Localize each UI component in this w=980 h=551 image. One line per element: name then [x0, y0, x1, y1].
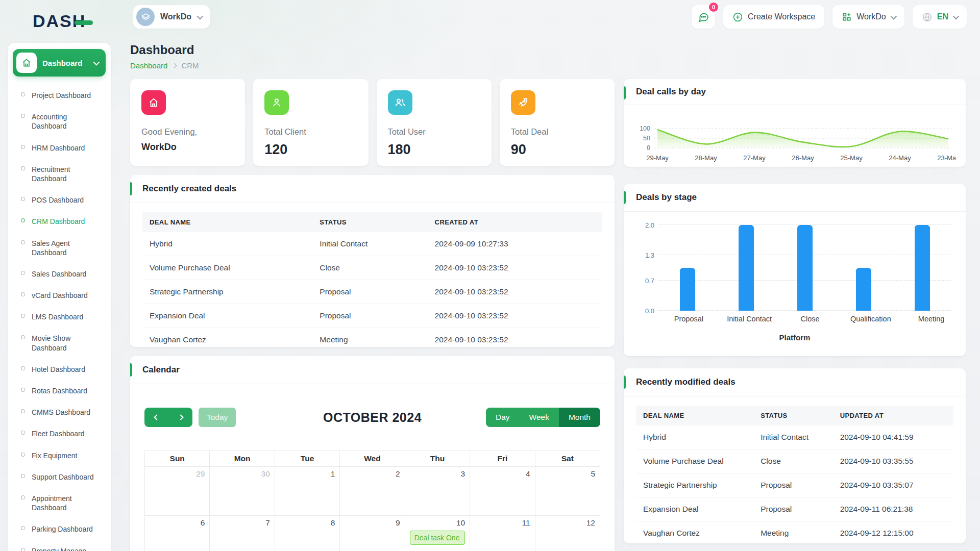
- calendar-day-cell[interactable]: 11: [470, 516, 535, 551]
- sidebar-item-appointment-dashboard[interactable]: Appointment Dashboard: [13, 488, 106, 518]
- table-cell: 2024-09-10 04:41:59: [833, 425, 953, 449]
- table-cell: 2024-09-10 03:23:52: [428, 328, 602, 352]
- sidebar-item-label: Hotel Dashboard: [32, 365, 85, 374]
- building-icon: [141, 12, 151, 22]
- calendar-view-day[interactable]: Day: [486, 408, 520, 427]
- sidebar-item-project-dashboard[interactable]: Project Dashboard: [13, 85, 106, 106]
- calendar-day-cell[interactable]: 10Deal task One: [405, 516, 470, 551]
- sidebar-item-parking-dashboard[interactable]: Parking Dashboard: [13, 518, 106, 540]
- sidebar-item-hrm-dashboard[interactable]: HRM Dashboard: [13, 137, 106, 159]
- calendar-day-cell[interactable]: 30: [210, 467, 275, 516]
- workspace-switcher-button[interactable]: WorkDo: [832, 5, 904, 29]
- sidebar-item-movie-show-dashboard[interactable]: Movie Show Dashboard: [13, 328, 106, 358]
- sidebar-item-fix-equipment[interactable]: Fix Equipment: [13, 445, 106, 466]
- language-selector[interactable]: EN: [913, 5, 967, 29]
- stat-value: 180: [388, 142, 480, 158]
- calendar-day-cell[interactable]: 5: [535, 467, 600, 516]
- table-cell: 2024-09-10 03:23:52: [428, 304, 602, 328]
- bullet-icon: [21, 166, 25, 170]
- sidebar-item-label: Support Dashboard: [32, 472, 93, 482]
- sidebar-item-fleet-dashboard[interactable]: Fleet Dashboard: [13, 423, 106, 444]
- table-row[interactable]: HybridInitial Contact2024-09-09 10:27:33: [142, 232, 602, 256]
- table-row[interactable]: Expansion DealProposal2024-09-11 06:21:3…: [636, 497, 953, 521]
- day-number: 9: [396, 518, 400, 527]
- calendar-prev-button[interactable]: [144, 408, 168, 427]
- home-icon: [16, 53, 37, 73]
- stat-value: 120: [264, 142, 357, 158]
- create-workspace-button[interactable]: Create Workspace: [723, 5, 824, 29]
- sidebar-item-label: POS Dashboard: [32, 195, 84, 205]
- chevron-down-icon: [953, 13, 960, 19]
- calendar-day-cell[interactable]: 9: [340, 516, 405, 551]
- sidebar-item-label: Project Dashboard: [32, 91, 91, 100]
- table-cell: 2024-09-11 06:21:38: [833, 497, 953, 521]
- workspace-selector[interactable]: WorkDo: [133, 5, 210, 29]
- calendar-day-cell[interactable]: 7: [210, 516, 275, 551]
- breadcrumb: Dashboard CRM: [130, 61, 199, 70]
- sidebar-item-accounting-dashboard[interactable]: Accounting Dashboard: [13, 106, 106, 137]
- stat-label: Total Client: [264, 127, 357, 137]
- globe-icon: [922, 12, 933, 22]
- workspace-grid-icon: [842, 12, 852, 22]
- table-row[interactable]: Expansion DealProposal2024-09-10 03:23:5…: [142, 304, 602, 328]
- calendar-day-cell[interactable]: 1: [275, 467, 340, 516]
- table-row[interactable]: Vaughan CortezMeeting2024-09-12 12:15:00: [636, 521, 953, 545]
- calendar-day-header: Fri: [470, 451, 535, 467]
- calendar-day-cell[interactable]: 29: [145, 467, 210, 516]
- table-row[interactable]: Strategic PartnershipProposal2024-09-10 …: [142, 280, 602, 304]
- svg-text:24-May: 24-May: [889, 154, 911, 162]
- calendar-day-cell[interactable]: 8: [275, 516, 340, 551]
- table-row[interactable]: Strategic PartnershipProposal2024-09-10 …: [636, 473, 953, 497]
- sidebar-item-lms-dashboard[interactable]: LMS Dashboard: [13, 306, 106, 328]
- recently-created-deals-card: Recently created deals Deal NameStatusCr…: [130, 175, 615, 347]
- table-cell: Meeting: [753, 521, 833, 545]
- stats-row: Good Evening,WorkDoTotal Client120Total …: [130, 79, 615, 166]
- stat-value: WorkDo: [141, 142, 234, 153]
- table-row[interactable]: Volume Purchase DealClose2024-09-10 03:3…: [636, 449, 953, 473]
- calendar-nav: [144, 408, 192, 427]
- calendar-view-week[interactable]: Week: [520, 408, 559, 427]
- table-cell: Volume Purchase Deal: [636, 449, 753, 473]
- sidebar-item-cmms-dashboard[interactable]: CMMS Dashboard: [13, 402, 106, 423]
- card-title: Recently created deals: [130, 175, 615, 203]
- calendar-day-header: Tue: [275, 451, 340, 467]
- sidebar-item-label: vCard Dashboard: [32, 291, 88, 300]
- breadcrumb-dashboard[interactable]: Dashboard: [130, 61, 167, 70]
- sidebar-item-sales-agent-dashboard[interactable]: Sales Agent Dashboard: [13, 233, 106, 263]
- table-row[interactable]: Volume Purchase DealClose2024-09-10 03:2…: [142, 256, 602, 280]
- sidebar-item-label: LMS Dashboard: [32, 312, 83, 321]
- svg-text:23-May: 23-May: [937, 154, 955, 162]
- bar: [856, 268, 871, 311]
- x-tick-label: Qualification: [850, 315, 891, 323]
- today-button[interactable]: Today: [199, 408, 236, 427]
- calendar-day-cell[interactable]: 2: [340, 467, 405, 516]
- sidebar-item-support-dashboard[interactable]: Support Dashboard: [13, 466, 106, 488]
- sidebar-item-label: Fleet Dashboard: [32, 429, 85, 438]
- bullet-icon: [21, 548, 25, 551]
- sidebar-item-sales-dashboard[interactable]: Sales Dashboard: [13, 263, 106, 285]
- calendar-day-cell[interactable]: 3: [405, 467, 470, 516]
- calendar-view-month[interactable]: Month: [559, 408, 600, 427]
- sidebar-item-hotel-dashboard[interactable]: Hotel Dashboard: [13, 359, 106, 380]
- bar-chart-xlabel: Platform: [624, 333, 966, 342]
- sidebar-item-property-manage[interactable]: Property Manage: [13, 540, 106, 551]
- sidebar-item-recruitment-dashboard[interactable]: Recruitment Dashboard: [13, 159, 106, 189]
- column-header: Created At: [428, 212, 602, 232]
- table-row[interactable]: HybridInitial Contact2024-09-10 04:41:59: [636, 425, 953, 449]
- sidebar-item-crm-dashboard[interactable]: CRM Dashboard: [13, 211, 106, 232]
- messages-button[interactable]: 0: [692, 5, 715, 29]
- sidebar-group-dashboard[interactable]: Dashboard: [13, 49, 106, 77]
- sidebar-item-vcard-dashboard[interactable]: vCard Dashboard: [13, 285, 106, 306]
- sidebar-item-rotas-dashboard[interactable]: Rotas Dashboard: [13, 380, 106, 402]
- x-tick-label: Close: [800, 315, 819, 323]
- calendar-next-button[interactable]: [168, 408, 192, 427]
- sidebar-item-pos-dashboard[interactable]: POS Dashboard: [13, 189, 106, 211]
- calendar-event[interactable]: Deal task One: [410, 531, 465, 545]
- calendar-day-cell[interactable]: 4: [470, 467, 535, 516]
- svg-text:27-May: 27-May: [743, 154, 766, 162]
- calendar-day-header: Wed: [340, 451, 405, 467]
- calendar-day-cell[interactable]: 12: [535, 516, 600, 551]
- table-row[interactable]: Vaughan CortezMeeting2024-09-10 03:23:52: [142, 328, 602, 352]
- calendar-day-cell[interactable]: 6: [145, 516, 210, 551]
- home-icon: [141, 90, 166, 115]
